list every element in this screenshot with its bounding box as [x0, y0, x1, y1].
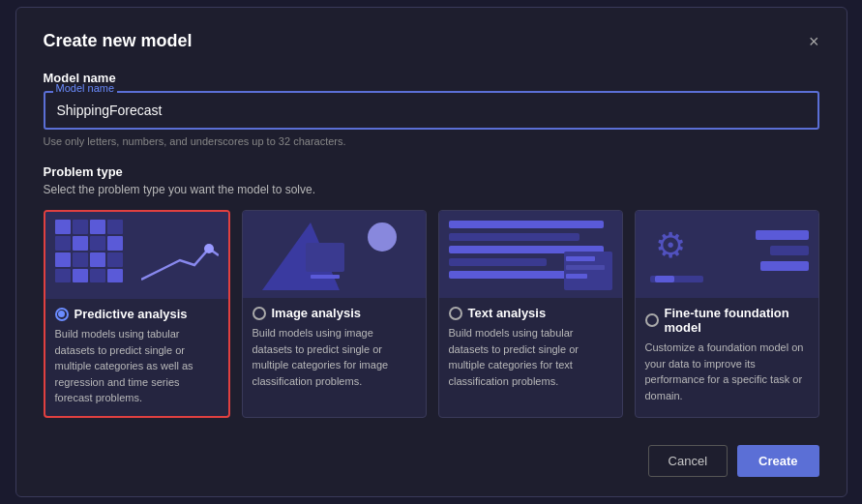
predictive-radio[interactable] — [55, 308, 69, 321]
ft-bar-3 — [760, 261, 809, 271]
ft-bar-1 — [756, 230, 809, 240]
image-card-desc: Build models using image datasets to pre… — [253, 325, 416, 389]
create-button[interactable]: Create — [737, 445, 818, 477]
card-finetune-image: ⚙ — [636, 211, 818, 298]
predictive-radio-dot — [58, 311, 65, 317]
card-image-image — [243, 211, 426, 298]
finetune-radio[interactable] — [645, 313, 659, 327]
text-illustration — [439, 211, 622, 298]
text-bar-1 — [449, 221, 605, 228]
finetune-card-desc: Customize a foundation model on your dat… — [645, 340, 809, 403]
card-finetune[interactable]: ⚙ Fine-tune foundation model Customize a… — [635, 210, 819, 418]
problem-type-desc: Select the problem type you want the mod… — [44, 183, 819, 196]
card-finetune-body: Fine-tune foundation model Customize a f… — [636, 298, 818, 413]
svg-rect-5 — [566, 274, 587, 279]
circle-shape — [368, 222, 397, 252]
predictive-card-name: Predictive analysis — [74, 307, 188, 321]
svg-rect-2 — [311, 275, 340, 279]
grid-block — [55, 220, 123, 282]
ft-bottom-svg — [650, 271, 708, 290]
modal-header: Create new model × — [44, 31, 819, 51]
card-predictive-image — [45, 212, 228, 299]
text-radio-row: Text analysis — [449, 306, 612, 320]
finetune-card-name: Fine-tune foundation model — [665, 306, 809, 335]
text-bar-2 — [449, 233, 580, 241]
svg-point-0 — [204, 244, 214, 253]
image-card-name: Image analysis — [272, 306, 362, 320]
card-predictive[interactable]: Predictive analysis Build models using t… — [44, 210, 230, 418]
problem-type-title: Problem type — [44, 164, 819, 179]
problem-type-cards: Predictive analysis Build models using t… — [44, 210, 819, 418]
text-bar-4 — [449, 258, 547, 266]
model-name-input[interactable] — [44, 91, 819, 130]
card-image[interactable]: Image analysis Build models using image … — [242, 210, 427, 418]
predictive-card-desc: Build models using tabular datasets to p… — [55, 326, 219, 406]
model-name-field-wrapper: Model name — [44, 91, 819, 130]
text-card-accent — [564, 252, 612, 290]
svg-rect-1 — [306, 243, 344, 272]
card-image-body: Image analysis Build models using image … — [243, 298, 426, 399]
image-illustration — [243, 211, 426, 298]
close-button[interactable]: × — [809, 33, 819, 50]
text-accent-svg — [564, 252, 612, 290]
model-name-section-label: Model name — [44, 71, 819, 85]
text-card-name: Text analysis — [468, 306, 547, 320]
text-card-desc: Build models using tabular datasets to p… — [449, 325, 612, 389]
modal-title: Create new model — [44, 31, 193, 51]
svg-rect-4 — [566, 265, 605, 270]
gear-icon: ⚙ — [655, 225, 686, 266]
svg-rect-7 — [655, 276, 674, 282]
finetune-illustration: ⚙ — [636, 211, 818, 298]
image-radio-row: Image analysis — [253, 306, 416, 320]
modal-footer: Cancel Create — [44, 441, 819, 477]
svg-rect-3 — [566, 256, 595, 261]
predictive-illustration — [45, 212, 228, 299]
finetune-radio-row: Fine-tune foundation model — [645, 306, 809, 335]
model-name-floating-label: Model name — [53, 82, 118, 94]
text-radio[interactable] — [449, 307, 462, 320]
ft-bar-2 — [770, 246, 809, 255]
image-radio[interactable] — [253, 307, 266, 320]
card-text[interactable]: Text analysis Build models using tabular… — [438, 210, 623, 418]
image-rect-svg — [301, 238, 349, 286]
model-name-hint: Use only letters, numbers, and underscor… — [44, 135, 819, 147]
chart-line-svg — [141, 241, 219, 289]
create-model-modal: Create new model × Model name Model name… — [15, 7, 847, 497]
card-text-image — [439, 211, 622, 298]
text-bar-5 — [449, 271, 580, 279]
cancel-button[interactable]: Cancel — [648, 445, 728, 477]
card-predictive-body: Predictive analysis Build models using t… — [45, 299, 228, 416]
predictive-radio-row: Predictive analysis — [55, 307, 219, 321]
card-text-body: Text analysis Build models using tabular… — [439, 298, 622, 399]
